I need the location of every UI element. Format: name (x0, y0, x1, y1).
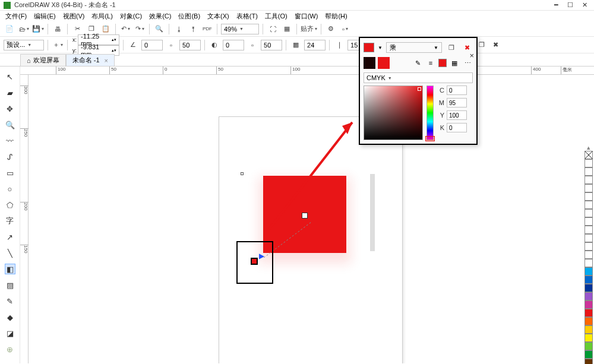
menu-help[interactable]: 帮助(H) (322, 11, 350, 22)
menu-window[interactable]: 窗口(W) (292, 11, 321, 22)
clear-shadow-button[interactable]: ✖ (490, 39, 502, 51)
palette-view-icon[interactable]: ▦ (449, 58, 460, 68)
palette-swatch[interactable] (584, 217, 593, 226)
scrollbar-thumb[interactable] (370, 174, 375, 251)
interactive-fill-tool[interactable]: ◆ (5, 312, 15, 322)
import-button[interactable]: ⭳ (173, 23, 185, 35)
palette-swatch[interactable] (584, 167, 593, 176)
close-button[interactable]: ✕ (579, 1, 590, 10)
palette-swatch[interactable] (584, 276, 593, 284)
options-button[interactable]: ⚙ (325, 23, 337, 35)
palette-swatch[interactable] (584, 300, 593, 309)
palette-swatch[interactable] (584, 251, 593, 259)
gradient-cursor[interactable] (418, 87, 421, 91)
smart-fill-tool[interactable]: ◪ (5, 328, 15, 338)
menu-effect[interactable]: 效果(C) (146, 11, 174, 22)
angle-field-a[interactable]: 0 (141, 40, 163, 50)
palette-swatch[interactable] (584, 317, 593, 325)
maximize-button[interactable]: ☐ (564, 1, 576, 10)
new-button[interactable]: 📄 (4, 23, 15, 35)
freehand-tool[interactable]: 〰 (5, 135, 15, 146)
preset-combo[interactable]: 预设... (4, 40, 44, 50)
palette-swatch[interactable] (584, 226, 593, 234)
palette-swatch[interactable] (584, 284, 593, 292)
artistic-tool[interactable]: ᔑ (5, 151, 15, 162)
m-input[interactable] (447, 98, 467, 107)
polygon-tool[interactable]: ⬠ (5, 200, 15, 210)
publish-pdf-button[interactable]: PDF (201, 23, 213, 35)
rulers-button[interactable]: ▦ (281, 23, 293, 35)
menu-view[interactable]: 视图(V) (60, 11, 88, 22)
connector-tool[interactable]: ╲ (5, 248, 15, 258)
menu-tools[interactable]: 工具(O) (262, 11, 290, 22)
menu-bitmap[interactable]: 位图(B) (175, 11, 203, 22)
menu-object[interactable]: 对象(C) (117, 11, 145, 22)
current-color-swatch[interactable] (364, 43, 374, 52)
eyedropper-icon[interactable]: ✎ (412, 58, 423, 68)
palette-swatch[interactable] (584, 259, 593, 267)
menu-file[interactable]: 文件(F) (2, 11, 30, 22)
dropshadow-tool[interactable]: ◧ (5, 264, 15, 274)
print-button[interactable]: 🖶 (52, 23, 64, 35)
palette-swatch[interactable] (584, 242, 593, 251)
vertical-ruler[interactable]: 300250200150 (20, 75, 29, 363)
color-model-combo[interactable]: CMYK (364, 72, 473, 83)
rectangle-tool[interactable]: ▭ (5, 167, 15, 178)
tab-welcome[interactable]: ⌂ 欢迎屏幕 (20, 54, 66, 66)
snap-button[interactable]: 贴齐 (301, 23, 317, 35)
menu-table[interactable]: 表格(T) (233, 11, 261, 22)
open-button[interactable]: 🗁 (18, 23, 30, 35)
palette-swatch[interactable] (584, 342, 593, 350)
copy-props-button[interactable]: ❐ (446, 42, 457, 53)
fullscreen-button[interactable]: ⛶ (267, 23, 279, 35)
tab-untitled[interactable]: 未命名 -1 × (66, 54, 115, 66)
popup-close-button[interactable]: × (469, 51, 474, 60)
canvas[interactable]: ▶ (29, 75, 594, 363)
export-button[interactable]: ⭱ (187, 23, 199, 35)
ellipse-tool[interactable]: ○ (5, 183, 15, 194)
menu-layout[interactable]: 布局(L) (89, 11, 115, 22)
edge-field[interactable]: 50 (261, 40, 282, 50)
save-button[interactable]: 💾 (32, 23, 44, 35)
palette-swatch[interactable] (584, 184, 593, 192)
y-input[interactable] (447, 110, 467, 120)
undo-button[interactable]: ↶ (119, 23, 131, 35)
menu-text[interactable]: 文本(X) (204, 11, 232, 22)
menu-edit[interactable]: 编辑(E) (31, 11, 59, 22)
redo-button[interactable]: ↷ (134, 23, 146, 35)
k-input[interactable] (447, 123, 467, 132)
minimize-button[interactable]: ━ (550, 1, 562, 10)
crop-tool[interactable]: ✥ (5, 103, 15, 114)
palette-swatch[interactable] (584, 292, 593, 300)
palette-swatch[interactable] (584, 325, 593, 334)
opacity-field[interactable]: 0 (223, 40, 244, 50)
trans-field[interactable]: 24 (304, 40, 326, 50)
copy-button[interactable]: ❐ (86, 23, 97, 35)
add-tool-button[interactable]: ⊕ (5, 344, 15, 354)
palette-swatch[interactable] (584, 334, 593, 342)
palette-swatch[interactable] (584, 159, 593, 167)
step-field[interactable]: 50 (179, 40, 201, 50)
palette-swatch[interactable] (584, 359, 593, 364)
palette-swatch[interactable] (584, 176, 593, 184)
swatch-view-icon[interactable] (438, 59, 447, 67)
color-gradient-picker[interactable] (364, 86, 423, 140)
c-input[interactable] (447, 86, 467, 95)
pick-tool[interactable]: ↖ (5, 71, 15, 82)
horizontal-ruler[interactable]: 10050050100150200400毫米 (20, 67, 594, 75)
vertical-scrollbar[interactable] (369, 173, 375, 364)
text-tool[interactable]: 字 (5, 216, 15, 226)
no-color-swatch[interactable] (584, 151, 593, 159)
zoom-tool[interactable]: 🔍 (5, 119, 15, 130)
palette-swatch[interactable] (584, 309, 593, 317)
palette-swatch[interactable] (584, 350, 593, 359)
eyedropper-tool[interactable]: ✎ (5, 296, 15, 306)
tab-close-icon[interactable]: × (105, 57, 108, 64)
palette-swatch[interactable] (584, 192, 593, 201)
palette-up-icon[interactable]: ▴ (584, 144, 593, 151)
zoom-combo[interactable]: 49% (221, 24, 259, 34)
sliders-view-icon[interactable]: ≡ (425, 58, 436, 68)
add-preset-button[interactable]: ＋ (52, 39, 64, 51)
hue-slider[interactable] (426, 86, 434, 140)
palette-swatch[interactable] (584, 234, 593, 242)
